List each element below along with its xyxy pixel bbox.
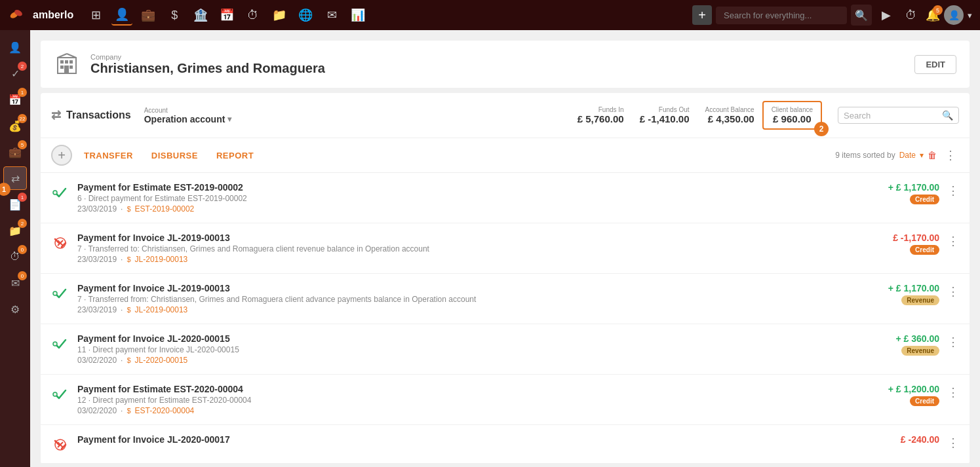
transaction-title: Payment for Invoice JL-2019-00013	[77, 233, 853, 243]
transaction-date: 03/02/2020	[77, 406, 117, 415]
timer-button[interactable]: ⏱	[901, 5, 922, 26]
transaction-link-icon: $	[127, 407, 130, 415]
transaction-more-button[interactable]: ⋮	[947, 284, 959, 299]
transaction-body: Payment for Estimate EST-2019-00002 6 · …	[77, 182, 853, 214]
funds-out-label: Funds Out	[640, 106, 690, 113]
transaction-link[interactable]: JL-2020-00015	[135, 356, 188, 365]
transfer-button[interactable]: TRANSFER	[77, 148, 140, 163]
transactions-search-input[interactable]	[844, 111, 942, 121]
transaction-more-button[interactable]: ⋮	[947, 335, 959, 349]
sidebar-item-contacts[interactable]: 👤	[3, 35, 27, 59]
transaction-link[interactable]: JL-2019-00013	[135, 255, 188, 264]
user-menu-chevron[interactable]: ▾	[968, 10, 972, 20]
svg-rect-3	[60, 60, 64, 64]
report-button[interactable]: REPORT	[210, 148, 260, 163]
sidebar-badge-time: 0	[18, 245, 27, 254]
transaction-item: Payment for Invoice JL-2020-00017 £ -240…	[41, 425, 970, 464]
transaction-subtitle: 11 · Direct payment for Invoice JL-2020-…	[77, 345, 853, 354]
disburse-button[interactable]: DISBURSE	[145, 148, 205, 163]
nav-mail-icon[interactable]: ✉	[321, 5, 342, 26]
clear-sort-icon[interactable]: 🗑	[928, 150, 937, 160]
transaction-title: Payment for Invoice JL-2020-00015	[77, 333, 853, 344]
transaction-badge: Revenue	[901, 346, 939, 356]
transaction-link-icon: $	[127, 306, 130, 314]
nav-files-icon[interactable]: 📁	[269, 5, 290, 26]
transaction-link[interactable]: EST-2019-00002	[135, 204, 195, 214]
svg-point-15	[53, 392, 57, 396]
transaction-badge: Credit	[910, 195, 939, 204]
sidebar-item-transactions[interactable]: ⇄ 1	[3, 166, 27, 190]
add-button[interactable]: +	[692, 5, 712, 25]
sort-direction-icon[interactable]: ▾	[920, 151, 924, 160]
transaction-body: Payment for Invoice JL-2020-00017	[77, 434, 853, 446]
nav-grid-icon[interactable]: ⊞	[85, 5, 106, 26]
sort-field[interactable]: Date	[899, 151, 916, 160]
global-search-button[interactable]: 🔍	[851, 5, 872, 26]
transaction-bullet: ·	[121, 255, 123, 264]
transactions-list: Payment for Estimate EST-2019-00002 6 · …	[41, 173, 970, 464]
global-search-input[interactable]	[716, 7, 847, 24]
account-balance-metric: Account Balance £ 4,350.00	[705, 106, 755, 124]
nav-billing-icon[interactable]: $	[164, 5, 185, 26]
transaction-more-button[interactable]: ⋮	[947, 436, 959, 450]
sidebar-item-time[interactable]: ⏱ 0	[3, 245, 27, 269]
transaction-item: Payment for Estimate EST-2020-00004 12 ·…	[41, 375, 970, 425]
transaction-type-icon	[51, 385, 69, 403]
nav-reports-icon[interactable]: 📊	[347, 5, 368, 26]
transaction-subtitle: 7 · Transferred to: Christiansen, Grimes…	[77, 244, 853, 253]
transaction-more-button[interactable]: ⋮	[947, 183, 959, 198]
sidebar-item-settings[interactable]: ⚙	[3, 297, 27, 321]
sidebar-item-cases[interactable]: 💼 5	[3, 140, 27, 164]
user-avatar[interactable]: 👤	[944, 5, 964, 25]
transaction-bullet: ·	[121, 356, 123, 365]
nav-cases-icon[interactable]: 💼	[138, 5, 159, 26]
transaction-more-button[interactable]: ⋮	[947, 234, 959, 248]
account-section: Account Operation account ▾	[144, 107, 232, 124]
sidebar-badge-reports: 1	[18, 193, 27, 202]
transaction-amount: + £ 1,170.00	[861, 283, 939, 293]
account-balance-label: Account Balance	[705, 106, 755, 113]
nav-bank-icon[interactable]: 🏦	[190, 5, 211, 26]
sidebar-item-files[interactable]: 📁 2	[3, 219, 27, 242]
add-transaction-button[interactable]: +	[51, 145, 72, 166]
transaction-subtitle: 7 · Transferred from: Christiansen, Grim…	[77, 295, 853, 304]
transaction-more-button[interactable]: ⋮	[947, 385, 959, 400]
transactions-panel: ⇄ Transactions Account Operation account…	[41, 93, 970, 464]
sidebar-badge-tasks: 2	[18, 62, 27, 71]
app-logo[interactable]: amberlo	[8, 5, 73, 26]
transactions-icon: ⇄	[51, 108, 61, 122]
nav-calendar-icon[interactable]: 📅	[216, 5, 237, 26]
transaction-type-icon	[51, 284, 69, 303]
notifications-button[interactable]: 🔔 5	[926, 8, 940, 22]
client-balance-label: Client balance	[772, 106, 813, 113]
edit-button[interactable]: EDIT	[914, 55, 956, 74]
nav-geo-icon[interactable]: 🌐	[295, 5, 316, 26]
svg-point-14	[53, 342, 57, 346]
sidebar-item-calendar[interactable]: 📅 1	[3, 88, 27, 111]
app-name: amberlo	[33, 9, 73, 21]
transactions-search-button[interactable]: 🔍	[942, 110, 953, 121]
sidebar-item-mail[interactable]: ✉ 0	[3, 271, 27, 295]
account-label: Account	[144, 107, 232, 114]
sidebar-item-reports[interactable]: 📄 1	[3, 193, 27, 216]
more-options-button[interactable]: ⋮	[942, 148, 959, 162]
funds-out-value: £ -1,410.00	[640, 113, 690, 124]
transaction-type-icon	[51, 183, 69, 202]
sidebar-item-tasks[interactable]: ✓ 2	[3, 62, 27, 85]
transaction-date: 23/03/2019	[77, 204, 117, 214]
sidebar-badge-cases: 5	[18, 140, 27, 149]
sidebar-item-billing[interactable]: 💰 22	[3, 114, 27, 138]
transaction-link[interactable]: JL-2019-00013	[135, 305, 188, 314]
play-button[interactable]: ▶	[876, 5, 897, 26]
transaction-badge: Credit	[910, 245, 939, 255]
transaction-badge: Credit	[910, 396, 939, 406]
transaction-link[interactable]: EST-2020-00004	[135, 406, 195, 415]
transaction-link-icon: $	[127, 255, 130, 263]
account-select-dropdown[interactable]: Operation account ▾	[144, 114, 232, 124]
transaction-subtitle: 6 · Direct payment for Estimate EST-2019…	[77, 194, 853, 203]
transaction-item: Payment for Invoice JL-2020-00015 11 · D…	[41, 324, 970, 375]
nav-contacts-icon[interactable]: 👤	[111, 5, 132, 26]
transaction-meta: 23/03/2019 · $JL-2019-00013	[77, 255, 853, 264]
main-content: Company Christiansen, Grimes and Romague…	[30, 30, 980, 467]
nav-timer-icon[interactable]: ⏱	[243, 5, 264, 26]
